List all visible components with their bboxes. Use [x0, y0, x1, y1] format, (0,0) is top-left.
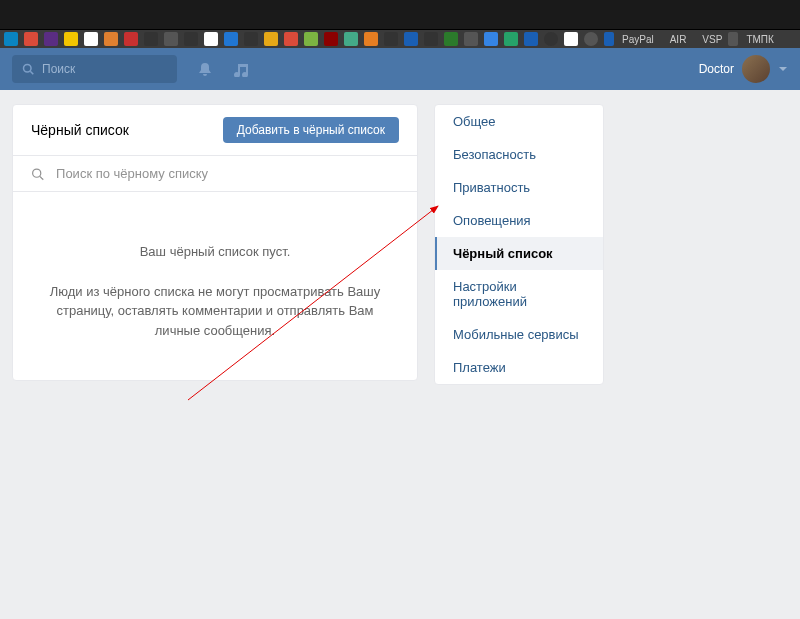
- bookmark-icon[interactable]: [484, 32, 498, 46]
- bookmark-icon[interactable]: [124, 32, 138, 46]
- music-icon[interactable]: [233, 61, 249, 77]
- bookmark-icon[interactable]: [584, 32, 598, 46]
- sidebar-item[interactable]: Настройки приложений: [435, 270, 603, 318]
- bookmark-icon[interactable]: [224, 32, 238, 46]
- bookmark-icon[interactable]: [404, 32, 418, 46]
- bookmark-icon[interactable]: [144, 32, 158, 46]
- bookmark-icon[interactable]: [24, 32, 38, 46]
- empty-state-description: Люди из чёрного списка не могут просматр…: [43, 282, 387, 341]
- sidebar-item[interactable]: Оповещения: [435, 204, 603, 237]
- svg-point-2: [33, 169, 41, 177]
- svg-point-0: [24, 64, 32, 72]
- bookmark-icon[interactable]: [564, 32, 578, 46]
- chevron-down-icon[interactable]: [778, 64, 788, 74]
- bookmark-icon[interactable]: [4, 32, 18, 46]
- search-icon: [31, 167, 44, 181]
- svg-line-3: [40, 176, 43, 179]
- bookmark-icon[interactable]: [164, 32, 178, 46]
- bookmark-text[interactable]: AIR: [670, 34, 687, 45]
- sidebar-item[interactable]: Чёрный список: [435, 237, 603, 270]
- bookmark-text[interactable]: VSP: [702, 34, 722, 45]
- sidebar-item[interactable]: Мобильные сервисы: [435, 318, 603, 351]
- sidebar-item[interactable]: Платежи: [435, 351, 603, 384]
- settings-sidebar: ОбщееБезопасностьПриватностьОповещенияЧё…: [434, 104, 604, 385]
- add-to-blacklist-button[interactable]: Добавить в чёрный список: [223, 117, 399, 143]
- bookmark-icon[interactable]: [304, 32, 318, 46]
- blacklist-panel: Чёрный список Добавить в чёрный список В…: [12, 104, 418, 381]
- bookmark-icon[interactable]: [104, 32, 118, 46]
- sidebar-item[interactable]: Безопасность: [435, 138, 603, 171]
- bookmark-icon[interactable]: [424, 32, 438, 46]
- bookmark-icon[interactable]: [384, 32, 398, 46]
- svg-line-1: [30, 71, 33, 74]
- bookmark-icon[interactable]: [84, 32, 98, 46]
- app-header: Doctor: [0, 48, 800, 90]
- bookmark-icon[interactable]: [324, 32, 338, 46]
- bookmark-text[interactable]: PayPal: [622, 34, 654, 45]
- notifications-icon[interactable]: [197, 61, 213, 77]
- global-search-input[interactable]: [42, 62, 167, 76]
- bookmark-icon[interactable]: [244, 32, 258, 46]
- browser-bookmarks-bar: PayPal AIR VSP ТМПК: [0, 30, 800, 48]
- sidebar-item[interactable]: Приватность: [435, 171, 603, 204]
- blacklist-search-input[interactable]: [56, 166, 399, 181]
- sidebar-item[interactable]: Общее: [435, 105, 603, 138]
- page-title: Чёрный список: [31, 122, 129, 138]
- bookmark-icon[interactable]: [184, 32, 198, 46]
- bookmark-icon[interactable]: [524, 32, 538, 46]
- bookmark-icon[interactable]: [284, 32, 298, 46]
- bookmark-icon[interactable]: [544, 32, 558, 46]
- username-label[interactable]: Doctor: [699, 62, 734, 76]
- bookmark-icon[interactable]: [204, 32, 218, 46]
- browser-titlebar: [0, 0, 800, 30]
- bookmark-icon[interactable]: [344, 32, 358, 46]
- bookmark-icon[interactable]: [728, 32, 738, 46]
- bookmark-icon[interactable]: [464, 32, 478, 46]
- bookmark-icon[interactable]: [444, 32, 458, 46]
- global-search[interactable]: [12, 55, 177, 83]
- bookmark-text[interactable]: ТМПК: [746, 34, 773, 45]
- search-icon: [22, 62, 34, 76]
- bookmark-icon[interactable]: [504, 32, 518, 46]
- empty-state-title: Ваш чёрный список пуст.: [43, 242, 387, 262]
- bookmark-icon[interactable]: [364, 32, 378, 46]
- bookmark-icon[interactable]: [44, 32, 58, 46]
- bookmark-icon[interactable]: [64, 32, 78, 46]
- bookmark-icon[interactable]: [264, 32, 278, 46]
- avatar[interactable]: [742, 55, 770, 83]
- bookmark-icon[interactable]: [604, 32, 614, 46]
